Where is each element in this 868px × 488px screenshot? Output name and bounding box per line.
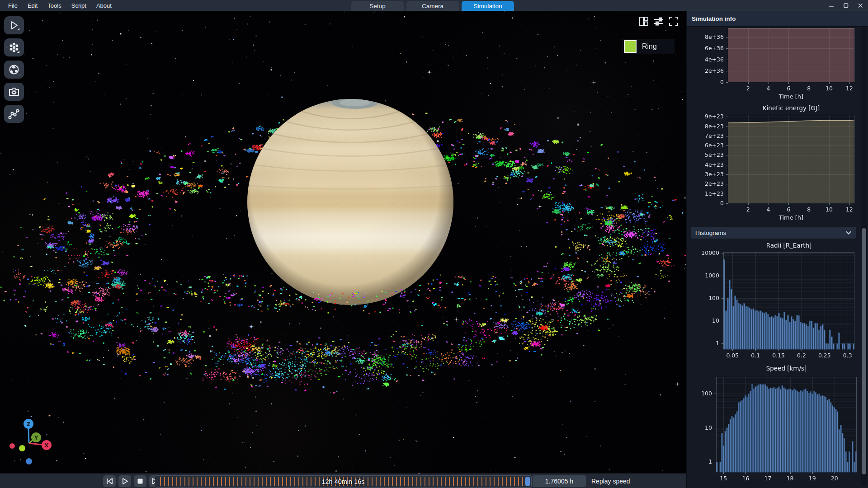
skip-to-start-button[interactable]	[103, 475, 116, 487]
chart-radii-histogram	[687, 239, 868, 358]
ring-legend[interactable]: Ring	[622, 39, 675, 54]
chart-kinetic-energy	[687, 103, 868, 224]
scene-canvas[interactable]	[0, 11, 686, 474]
close-icon	[857, 2, 863, 9]
graph-button[interactable]	[4, 105, 24, 123]
axis-z-handle[interactable]: Z	[24, 419, 33, 429]
viewport-3d[interactable]: Ring Z Y X	[0, 11, 686, 474]
minimize-icon	[828, 2, 835, 9]
menu-about[interactable]: About	[92, 1, 116, 10]
replay-speed-value[interactable]: 1.76005 h	[533, 475, 586, 487]
stop-button[interactable]	[134, 475, 146, 487]
tab-simulation[interactable]: Simulation	[462, 1, 514, 11]
sliders-icon	[654, 16, 664, 26]
view-toolbar	[638, 16, 679, 27]
menu-script[interactable]: Script	[67, 1, 91, 10]
axis-negative-x-dot[interactable]	[9, 443, 15, 449]
maximize-icon	[843, 2, 849, 9]
histograms-label: Histograms	[695, 230, 726, 236]
particles-icon	[8, 42, 20, 53]
tab-camera[interactable]: Camera	[406, 1, 459, 11]
chart-speed-histogram	[687, 361, 868, 488]
svg-text:Z: Z	[27, 421, 31, 427]
layout-panels-icon	[639, 16, 649, 26]
menu-edit[interactable]: Edit	[23, 1, 42, 10]
replay-speed-label: Replay speed	[591, 474, 630, 488]
minimize-button[interactable]	[826, 1, 836, 10]
axis-x-handle[interactable]: X	[42, 440, 52, 450]
menu-bar: File Edit Tools Script About	[4, 0, 116, 11]
histograms-section-header[interactable]: Histograms	[691, 227, 856, 239]
axis-gizmo[interactable]: Z Y X	[4, 415, 62, 474]
play-simulation-button[interactable]	[4, 16, 24, 34]
globe-icon	[8, 64, 20, 75]
chevron-down-icon	[845, 230, 852, 235]
chart-momentum	[687, 26, 868, 103]
globe-button[interactable]	[4, 61, 24, 79]
skip-to-start-icon	[104, 477, 114, 486]
stop-icon	[135, 477, 145, 486]
panel-header: Simulation info	[687, 11, 868, 27]
maximize-button[interactable]	[841, 1, 851, 10]
play-icon	[8, 19, 20, 31]
ring-legend-label: Ring	[642, 42, 657, 51]
layout-panels-button[interactable]	[638, 16, 649, 27]
panel-title: Simulation info	[687, 15, 736, 22]
simulation-info-panel: Simulation info Histograms	[686, 11, 868, 488]
svg-text:X: X	[44, 442, 49, 449]
adjust-sliders-button[interactable]	[653, 16, 664, 27]
camera-gear-icon	[8, 86, 20, 98]
timeline-handle[interactable]	[525, 477, 530, 486]
timeline-time-display: 12h 40min 16s	[155, 476, 531, 487]
title-bar: File Edit Tools Script About Setup Camer…	[0, 0, 868, 11]
tab-setup[interactable]: Setup	[351, 1, 404, 11]
camera-settings-button[interactable]	[4, 83, 24, 101]
axis-negative-z-dot[interactable]	[26, 458, 32, 465]
application-window: File Edit Tools Script About Setup Camer…	[0, 0, 868, 488]
axis-negative-y-dot[interactable]	[19, 445, 25, 451]
close-button[interactable]	[855, 1, 865, 10]
play-icon	[120, 477, 130, 486]
timeline-slider[interactable]: 12h 40min 16s	[155, 475, 532, 488]
main-tabs: Setup Camera Simulation	[351, 1, 514, 11]
window-controls	[826, 1, 865, 10]
ring-color-swatch	[624, 40, 637, 53]
graph-nodes-icon	[8, 108, 20, 120]
menu-tools[interactable]: Tools	[43, 1, 66, 10]
play-button[interactable]	[118, 475, 131, 487]
fullscreen-button[interactable]	[668, 16, 679, 27]
panel-scrollbar-thumb[interactable]	[862, 228, 866, 474]
axis-y-handle[interactable]: Y	[31, 432, 41, 442]
fullscreen-icon	[669, 16, 679, 26]
particles-button[interactable]	[4, 38, 24, 56]
menu-file[interactable]: File	[4, 1, 22, 10]
playback-bar: 12h 40min 16s 1.76005 h Replay speed	[0, 474, 686, 488]
svg-text:Y: Y	[34, 435, 38, 441]
left-toolbar	[4, 16, 24, 123]
